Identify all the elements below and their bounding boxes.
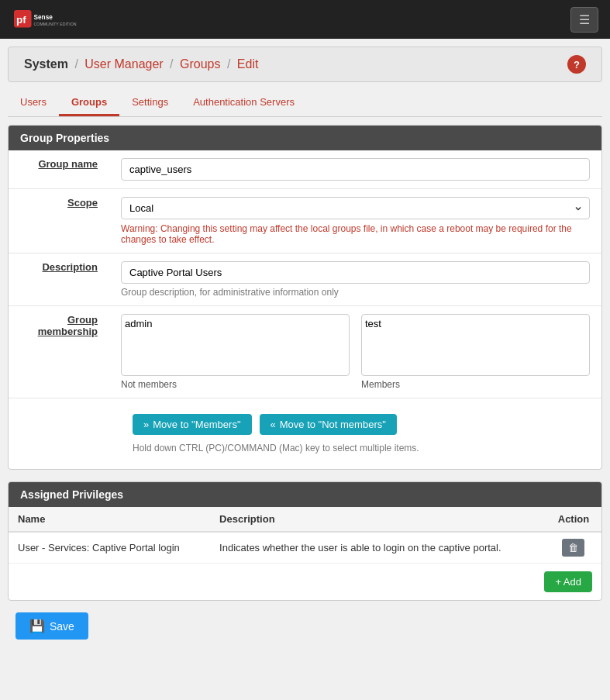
scope-warning: Warning: Changing this setting may affec… [121,223,590,245]
description-input[interactable] [121,261,590,284]
group-properties-panel: Group Properties Group name Scope Local [8,125,602,470]
group-name-cell [109,150,601,189]
breadcrumb-sep1: / [74,57,78,71]
move-to-not-members-label: Move to "Not members" [280,419,386,430]
move-to-members-button[interactable]: » Move to "Members" [133,414,252,435]
tab-settings[interactable]: Settings [119,90,181,116]
scope-label: Scope [9,189,109,253]
description-row: Description Group description, for admin… [9,253,601,306]
breadcrumb-sep3: / [227,57,230,71]
group-properties-body: Group name Scope Local Remote Warning: C… [9,150,601,469]
svg-text:COMMUNITY EDITION: COMMUNITY EDITION [34,22,77,26]
scope-row: Scope Local Remote Warning: Changing thi… [9,189,601,253]
move-buttons-row: » Move to "Members" « Move to "Not membe… [9,398,601,470]
privileges-table: Name Description Action User - Services:… [9,507,601,564]
menu-toggle-button[interactable]: ☰ [570,7,598,33]
membership-row: Groupmembership admin Not members [9,306,601,398]
tab-users[interactable]: Users [8,90,59,116]
save-row: 💾 Save [16,612,594,640]
col-action-header: Action [546,507,601,532]
privilege-description-cell: Indicates whether the user is able to lo… [210,532,546,564]
group-name-row: Group name [9,150,601,189]
tab-authentication-servers[interactable]: Authentication Servers [181,90,307,116]
not-members-label: Not members [121,379,350,390]
description-cell: Group description, for administrative in… [109,253,601,306]
move-buttons-label-cell [9,398,109,470]
move-buttons-cell: » Move to "Members" « Move to "Not membe… [109,398,601,470]
not-members-wrap: admin Not members [121,314,350,390]
save-button[interactable]: 💾 Save [16,612,88,640]
privileges-table-body: User - Services: Captive Portal login In… [9,532,601,564]
privilege-name-cell: User - Services: Captive Portal login [9,532,210,564]
save-label: Save [50,620,74,633]
move-to-not-members-button[interactable]: « Move to "Not members" [260,414,397,435]
privileges-table-header: Name Description Action [9,507,601,532]
help-button[interactable]: ? [567,55,586,74]
group-name-label: Group name [9,150,109,189]
members-select[interactable]: test [361,314,590,376]
tab-groups[interactable]: Groups [59,90,119,116]
move-left-icon: « [271,419,276,430]
svg-text:Sense: Sense [34,14,53,21]
scope-cell: Local Remote Warning: Changing this sett… [109,189,601,253]
membership-cell: admin Not members test Members [109,306,601,398]
col-name-header: Name [9,507,210,532]
group-properties-heading: Group Properties [9,126,601,150]
pfsense-logo: pf Sense COMMUNITY EDITION [12,5,81,33]
breadcrumb-system: System [24,57,68,71]
breadcrumb-edit[interactable]: Edit [237,57,259,71]
add-privilege-button[interactable]: + Add [544,571,592,592]
breadcrumb-sep2: / [170,57,173,71]
breadcrumb-user-manager[interactable]: User Manager [84,57,163,71]
move-right-icon: » [143,419,149,430]
main-content: Group Properties Group name Scope Local [8,125,602,640]
breadcrumb-groups[interactable]: Groups [180,57,220,71]
not-member-admin: admin [125,318,346,330]
assigned-privileges-panel: Assigned Privileges Name Description Act… [8,481,602,601]
membership-wrapper: admin Not members test Members [121,314,590,390]
breadcrumb-text: System / User Manager / Groups / Edit [24,57,258,71]
assigned-privileges-heading: Assigned Privileges [9,482,601,507]
move-buttons-container: » Move to "Members" « Move to "Not membe… [121,406,590,443]
brand: pf Sense COMMUNITY EDITION [12,5,81,33]
col-description-header: Description [210,507,546,532]
add-privilege-row: + Add [9,564,601,600]
membership-label: Groupmembership [9,306,109,398]
members-label: Members [361,379,590,390]
description-label: Description [9,253,109,306]
move-to-members-label: Move to "Members" [153,419,240,430]
privilege-action-cell: 🗑 [546,532,601,564]
navbar: pf Sense COMMUNITY EDITION ☰ [0,0,610,39]
group-form-table: Group name Scope Local Remote Warning: C… [9,150,601,469]
members-wrap: test Members [361,314,590,390]
save-icon: 💾 [29,619,45,633]
tabs-bar: Users Groups Settings Authentication Ser… [8,90,602,117]
delete-privilege-button[interactable]: 🗑 [562,539,584,557]
scope-select[interactable]: Local Remote [121,197,590,219]
member-test: test [365,318,586,330]
assigned-privileges-body: Name Description Action User - Services:… [9,507,601,600]
table-row: User - Services: Captive Portal login In… [9,532,601,564]
svg-text:pf: pf [16,14,26,26]
breadcrumb: System / User Manager / Groups / Edit ? [8,47,602,82]
group-name-input[interactable] [121,158,590,181]
ctrl-hint: Hold down CTRL (PC)/COMMAND (Mac) key to… [121,443,590,461]
description-help: Group description, for administrative in… [121,287,590,298]
not-members-select[interactable]: admin [121,314,350,376]
